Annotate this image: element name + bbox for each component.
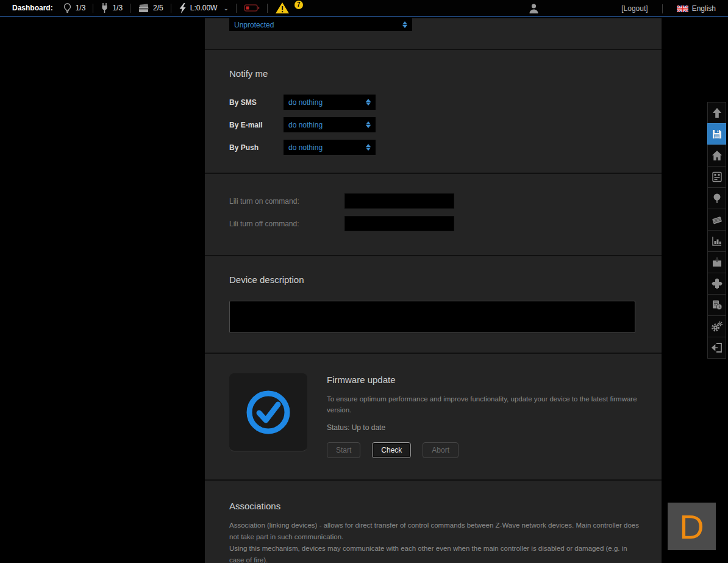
scheduler-button[interactable]	[707, 294, 726, 316]
notify-title: Notify me	[229, 68, 662, 79]
scroll-top-icon	[711, 107, 723, 119]
panel-button[interactable]	[707, 209, 726, 231]
command-off-input[interactable]	[344, 216, 454, 231]
notify-sms-select[interactable]: do nothing	[284, 95, 376, 110]
description-title: Device description	[229, 274, 662, 285]
commands-section: Lili turn on command: Lili turn off comm…	[205, 174, 662, 256]
firmware-section: Firmware update To ensure optimum perfor…	[205, 354, 662, 481]
separator	[236, 4, 237, 13]
panel-icon	[711, 213, 723, 226]
firmware-title: Firmware update	[327, 375, 639, 385]
warnings[interactable]: 7	[275, 2, 303, 14]
stat-lights-value: 1/3	[76, 4, 86, 12]
command-on-input[interactable]	[344, 193, 454, 209]
charts-button[interactable]	[707, 230, 726, 252]
gears-icon	[711, 320, 723, 332]
notify-row-email: By E-mail do nothing	[229, 117, 662, 132]
backup-button[interactable]	[707, 251, 726, 273]
check-button[interactable]: Check	[372, 442, 411, 458]
notify-email-select[interactable]: do nothing	[284, 117, 376, 132]
notify-push-label: By Push	[229, 143, 284, 152]
protection-select-value: Unprotected	[234, 21, 402, 29]
notify-sms-value: do nothing	[288, 98, 366, 107]
notify-push-select[interactable]: do nothing	[284, 140, 376, 155]
abort-button[interactable]: Abort	[423, 442, 459, 458]
associations-paragraph-2: Using this mechanism, devices may commun…	[229, 543, 639, 563]
settings-button[interactable]	[707, 315, 726, 337]
stat-lights[interactable]: 1/3	[63, 3, 86, 13]
bulb-button[interactable]	[707, 187, 726, 209]
plug-icon	[101, 3, 109, 13]
chart-icon	[711, 235, 723, 247]
save-button[interactable]	[707, 123, 726, 145]
battery-icon	[244, 4, 260, 12]
protection-section: Unprotected	[205, 18, 662, 50]
command-on-row: Lili turn on command:	[229, 193, 662, 209]
plugins-button[interactable]	[707, 273, 726, 295]
dashboard-label: Dashboard:	[12, 4, 53, 12]
notify-row-push: By Push do nothing	[229, 140, 662, 155]
home-icon	[711, 149, 723, 162]
select-arrows-icon	[366, 121, 371, 128]
warning-icon	[275, 2, 290, 14]
home-button[interactable]	[707, 145, 726, 167]
user-icon[interactable]	[529, 3, 539, 16]
exit-icon	[711, 342, 723, 354]
scroll-top-button[interactable]	[707, 102, 726, 124]
associations-paragraph-1: Association (linking devices) - allows f…	[229, 520, 639, 543]
firmware-status-card	[229, 373, 307, 451]
notify-email-label: By E-mail	[229, 121, 284, 129]
check-circle-icon	[243, 387, 293, 437]
select-arrows-icon	[402, 21, 407, 28]
topbar-right-group: [Logout] English	[621, 0, 716, 17]
command-off-label: Lili turn off command:	[229, 220, 344, 228]
power-icon	[179, 3, 187, 13]
brand-logo[interactable]: D	[668, 503, 716, 550]
notify-section: Notify me By SMS do nothing By E-mail do…	[205, 50, 662, 174]
topbar-left-group: Dashboard: 1/3 1/3 2/5	[0, 2, 303, 14]
top-bar: Dashboard: 1/3 1/3 2/5	[0, 0, 728, 17]
stat-plugs[interactable]: 1/3	[101, 3, 123, 13]
chevron-down-icon: ⌄	[223, 5, 228, 12]
select-arrows-icon	[366, 99, 371, 106]
scheduler-icon	[711, 299, 723, 311]
firmware-status: Status: Up to date	[327, 423, 639, 432]
select-arrows-icon	[366, 144, 371, 151]
start-button[interactable]: Start	[327, 442, 360, 458]
firmware-info: Firmware update To ensure optimum perfor…	[327, 373, 639, 479]
device-settings-panel: Unprotected Notify me By SMS do nothing …	[205, 18, 662, 563]
protection-select[interactable]: Unprotected	[229, 18, 412, 31]
side-toolbar	[707, 102, 726, 359]
stat-cards-value: 2/5	[153, 4, 163, 12]
language-selector[interactable]: English	[677, 4, 716, 13]
exit-button[interactable]	[707, 337, 726, 359]
brand-logo-letter: D	[679, 507, 704, 547]
stat-power[interactable]: L:0.00W ⌄	[179, 3, 229, 13]
separator	[171, 4, 171, 13]
notify-email-value: do nothing	[288, 121, 366, 129]
lightbulb-icon	[63, 3, 72, 13]
stat-power-value: L:0.00W	[190, 4, 218, 12]
notify-rows: By SMS do nothing By E-mail do nothing B…	[229, 95, 662, 155]
battery-status[interactable]	[244, 4, 260, 12]
notify-row-sms: By SMS do nothing	[229, 95, 662, 110]
stat-cards[interactable]: 2/5	[138, 4, 163, 13]
separator	[130, 4, 130, 13]
logout-link[interactable]: [Logout]	[621, 4, 648, 13]
stat-plugs-value: 1/3	[112, 4, 123, 12]
associations-title: Associations	[229, 501, 662, 511]
separator	[662, 4, 663, 13]
separator	[267, 4, 268, 13]
cards-icon	[138, 4, 149, 13]
firmware-buttons: Start Check Abort	[327, 442, 639, 458]
box-icon	[711, 256, 723, 268]
uk-flag-icon	[677, 5, 688, 12]
command-off-row: Lili turn off command:	[229, 216, 662, 231]
description-textarea[interactable]	[229, 301, 635, 333]
controller-icon	[711, 171, 723, 183]
bulb-icon	[711, 192, 723, 204]
command-on-label: Lili turn on command:	[229, 197, 344, 206]
description-section: Device description	[205, 256, 662, 354]
controller-button[interactable]	[707, 166, 726, 188]
associations-section: Associations Association (linking device…	[205, 481, 662, 558]
